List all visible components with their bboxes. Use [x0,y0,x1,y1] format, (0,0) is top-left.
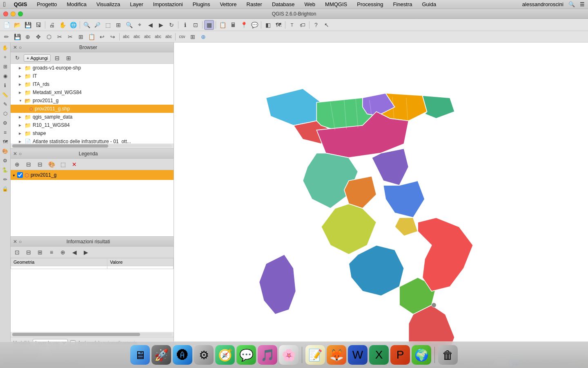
maximize-button[interactable] [18,11,23,16]
info-expand-btn[interactable]: ⊡ [12,247,22,257]
legend-delete-btn[interactable]: ✕ [69,159,79,169]
rotate-label-btn[interactable]: abc [153,32,163,42]
mac-menu-layer[interactable]: Layer [128,1,145,7]
measure-dock-btn[interactable]: 📏 [1,90,10,99]
legend-filter-btn[interactable]: ⊟ [35,159,45,169]
paste-features-btn[interactable]: 📋 [87,32,96,42]
mac-menu-progetto[interactable]: Progetto [35,1,58,7]
info-settings-btn[interactable]: ○ [19,239,22,245]
info-collapse-btn[interactable]: ⊟ [24,247,33,257]
node-tool-btn[interactable]: ⬡ [44,32,54,42]
label-btn[interactable]: 🏷 [298,20,307,30]
dock-safari[interactable]: 🧭 [215,345,235,365]
mac-search-icon[interactable]: 🔍 [568,1,575,7]
layer-order-dock-btn[interactable]: ≡ [1,128,10,137]
zoom-layer-btn[interactable]: 🔍 [124,20,134,30]
info-table-btn[interactable]: ≡ [47,247,56,257]
map-tips-btn[interactable]: 📍 [239,20,249,30]
legend-remove-layer-btn[interactable]: ⊟ [24,159,33,169]
open-field-calc-btn[interactable]: 🖩 [228,20,238,30]
dock-qgis[interactable]: 🌍 [412,345,431,365]
mac-menu-qgis[interactable]: QGIS [12,1,29,7]
edit-pencil-btn[interactable]: ✏ [2,32,11,42]
add-feature-btn[interactable]: ⊕ [23,32,33,42]
browser-scrollbar[interactable] [12,144,172,148]
mac-menu-raster[interactable]: Raster [245,1,264,7]
redo-btn[interactable]: ↪ [108,32,118,42]
python-dock-btn[interactable]: 🐍 [1,166,10,175]
dock-photos[interactable]: 🌸 [279,345,298,365]
new-project-btn[interactable]: 📄 [2,20,11,30]
settings-dock-btn[interactable]: ⚙ [1,119,10,128]
legend-add-layer-btn[interactable]: ⊕ [12,159,22,169]
processing-dock-btn[interactable]: ⚙ [1,156,10,165]
csv-btn[interactable]: csv [177,32,187,42]
move-feature-btn[interactable]: ✥ [33,32,43,42]
print-composer-btn[interactable]: 🗺 [274,20,283,30]
edit-dock-btn[interactable]: ✏ [1,175,10,184]
mac-menu-vettore[interactable]: Vettore [218,1,238,7]
dock-word[interactable]: W [348,345,368,365]
zoom-out-btn[interactable]: 🔎 [92,20,102,30]
zoom-selection-btn[interactable]: ⊞ [114,20,123,30]
tree-item-ita-rds[interactable]: 📁 ITA_rds [11,80,174,88]
label-tool-btn[interactable]: abc [121,32,131,42]
tree-item-qgis-sample[interactable]: 📁 qgis_sample_data [11,113,174,121]
save-edits-btn[interactable]: 💾 [12,32,22,42]
snap-btn[interactable]: ⊕ [198,32,208,42]
tree-item-shape[interactable]: 📁 shape [11,129,174,137]
copy-features-btn[interactable]: ⊞ [76,32,86,42]
dock-textedit[interactable]: 📝 [305,345,325,365]
dock-powerpoint[interactable]: P [390,345,410,365]
show-hide-label-btn[interactable]: abc [143,32,152,42]
mac-menu-visualizza[interactable]: Visualizza [95,1,122,7]
help-btn[interactable]: ? [311,20,321,30]
dock-trash[interactable]: 🗑 [438,345,458,365]
snapping-dock-btn[interactable]: 🔒 [1,184,10,193]
save-project-btn[interactable]: 💾 [23,20,33,30]
tree-item-atlante[interactable]: 📄 Atlante statistico delle infrastruttur… [11,137,174,144]
print-btn[interactable]: 🖨 [47,20,57,30]
dock-finder[interactable]: 🖥 [130,345,150,365]
mac-menu-mmqgis[interactable]: MMQGIS [323,1,349,7]
mac-menu-processing[interactable]: Processing [355,1,385,7]
select-dock-btn[interactable]: ◉ [1,72,10,81]
map-area[interactable] [174,43,588,357]
refresh-btn[interactable]: ↻ [167,20,176,30]
arrow-tool-btn[interactable]: ↖ [322,20,332,30]
legend-filter-map-btn[interactable]: ⬚ [58,159,68,169]
open-project-btn[interactable]: 📂 [12,20,22,30]
pin-label-btn[interactable]: abc [132,32,142,42]
browser-add-btn[interactable]: + Aggiungi [24,54,51,62]
zoom-next-btn[interactable]: ▶ [156,20,166,30]
info-forward-btn[interactable]: ▶ [81,247,91,257]
delete-selected-btn[interactable]: ✂ [55,32,65,42]
annotation-dock-btn[interactable]: ✎ [1,100,10,109]
tree-item-prov2011g-shp[interactable]: ⬡ prov2011_g.shp [11,105,174,113]
mac-menu-web[interactable]: Web [303,1,317,7]
select-btn[interactable]: ▦ [204,20,214,30]
attributes-btn[interactable]: 📋 [218,20,227,30]
legend-close-btn[interactable]: ✕ [13,151,17,157]
legend-style-btn[interactable]: 🎨 [47,159,56,169]
dock-launchpad[interactable]: 🚀 [151,345,171,365]
info-dock-btn[interactable]: ℹ [1,81,10,90]
pan-dock-btn[interactable]: ✋ [1,43,10,52]
mac-list-icon[interactable]: ☰ [580,1,585,7]
zoom-rubber-btn[interactable]: ⬚ [103,20,113,30]
legend-checkbox[interactable] [17,172,23,178]
mac-menu-impostazioni[interactable]: Impostazioni [151,1,185,7]
undo-btn[interactable]: ↩ [97,32,107,42]
dock-itunes[interactable]: 🎵 [258,345,277,365]
table-btn[interactable]: ⊞ [188,32,198,42]
dock-appstore[interactable]: 🅐 [173,345,192,365]
layer-btn[interactable]: ◧ [263,20,273,30]
info-back-btn[interactable]: ◀ [69,247,79,257]
zoom-dock-btn[interactable]: + [1,53,10,62]
tree-item-prov2011g[interactable]: 📂 prov2011_g [11,96,174,105]
close-button[interactable] [3,11,8,16]
browser-collapse-btn[interactable]: ⊞ [64,53,74,63]
show-tips-btn[interactable]: 💬 [249,20,259,30]
zoom-last-btn[interactable]: ◀ [145,20,155,30]
mac-menu-plugins[interactable]: Plugins [191,1,212,7]
